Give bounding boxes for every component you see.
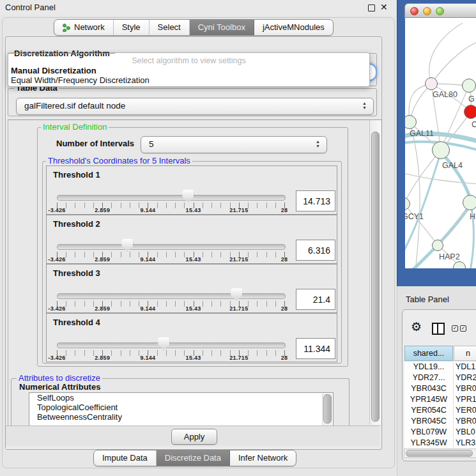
tab-style[interactable]: Style bbox=[114, 20, 150, 35]
tab-select[interactable]: Select bbox=[150, 20, 190, 35]
num-intervals-label: Number of Intervals bbox=[56, 139, 134, 148]
table-data-combobox[interactable]: galFiltered.sif default node ▲▼ bbox=[16, 98, 374, 115]
column-header-name[interactable]: n bbox=[454, 346, 476, 361]
table-row[interactable]: YER054CYER0 bbox=[404, 405, 476, 416]
tab-label: Style bbox=[122, 20, 141, 35]
tick-label: 28 bbox=[281, 256, 288, 263]
network-edge bbox=[405, 173, 476, 184]
cell-name: YER0 bbox=[453, 405, 476, 416]
tick-label: -3.426 bbox=[48, 305, 65, 312]
network-edge bbox=[410, 122, 420, 268]
list-scrollbar-thumb[interactable] bbox=[323, 394, 332, 424]
interval-definition-title: Interval Definition bbox=[41, 123, 109, 131]
spinner-arrows-icon: ▲▼ bbox=[362, 101, 367, 110]
float-window-icon[interactable] bbox=[368, 4, 375, 12]
gear-icon[interactable]: ⚙ bbox=[411, 319, 422, 334]
threshold-value-field[interactable]: 11.344 bbox=[296, 338, 335, 359]
close-icon[interactable]: ✕ bbox=[380, 2, 388, 12]
tick-label: -3.426 bbox=[48, 355, 65, 361]
tab-label: Cyni Toolbox bbox=[198, 20, 245, 35]
network-edge bbox=[429, 23, 463, 84]
network-node-h[interactable] bbox=[463, 195, 476, 210]
threshold-value-field[interactable]: 14.713 bbox=[296, 190, 335, 211]
columns-icon[interactable] bbox=[432, 323, 445, 335]
attribute-list-item[interactable]: BetweennessCentrality bbox=[29, 412, 333, 422]
num-intervals-combobox[interactable]: 5 ▲▼ bbox=[141, 136, 327, 153]
tab-cyni-toolbox[interactable]: Cyni Toolbox bbox=[190, 20, 254, 35]
tick-label: 15.43 bbox=[186, 256, 201, 263]
minimize-traffic-light-icon[interactable] bbox=[423, 7, 431, 15]
top-tab-strip: NetworkStyleSelectCyni ToolboxjActiveMNo… bbox=[54, 19, 334, 36]
threshold-label: Threshold 3 bbox=[53, 268, 100, 278]
panel-title: Control Panel bbox=[5, 3, 56, 12]
horizontal-scrollbar-thumb[interactable] bbox=[406, 450, 473, 457]
network-edge bbox=[441, 152, 471, 201]
tick-label: 15.43 bbox=[186, 355, 201, 361]
network-node-hap2[interactable] bbox=[432, 240, 443, 251]
attribute-list-item[interactable]: SelfLoops bbox=[29, 393, 333, 403]
tick-label: 15.43 bbox=[186, 305, 201, 312]
cell-shared-name: YER054C bbox=[404, 405, 453, 416]
cell-name: YDR2 bbox=[453, 372, 476, 383]
network-node-gal80[interactable] bbox=[425, 77, 438, 90]
close-traffic-light-icon[interactable] bbox=[410, 7, 418, 15]
slider-track[interactable] bbox=[57, 342, 286, 348]
popup-option-manual[interactable]: Manual Discretization bbox=[11, 66, 96, 75]
table-row[interactable]: YBR043CYBR0 bbox=[404, 383, 476, 394]
node-label: GCY1 bbox=[405, 212, 424, 221]
threshold-label: Threshold 4 bbox=[53, 318, 100, 327]
popup-option-equal-width[interactable]: Equal Width/Frequency Discretization bbox=[11, 75, 150, 85]
slider-thumb[interactable] bbox=[158, 337, 169, 350]
table-row[interactable]: YDL19...YDL1 bbox=[404, 362, 476, 372]
groupbox-border-line bbox=[8, 53, 115, 54]
node-label: HAP2 bbox=[439, 252, 460, 261]
tab-network[interactable]: Network bbox=[54, 20, 114, 35]
network-node-c[interactable] bbox=[464, 105, 476, 119]
table-row[interactable]: YPR145WYPR1 bbox=[404, 394, 476, 405]
cell-name: YPR1 bbox=[453, 394, 476, 405]
slider-track[interactable] bbox=[57, 293, 286, 299]
slider-thumb[interactable] bbox=[121, 239, 133, 252]
numerical-attributes-label: Numerical Attributes bbox=[19, 382, 100, 392]
attribute-list-item[interactable]: TopologicalCoefficient bbox=[29, 403, 333, 412]
table-row[interactable]: YLR345WYLR3 bbox=[404, 438, 476, 449]
zoom-traffic-light-icon[interactable] bbox=[436, 7, 444, 15]
slider-track[interactable] bbox=[57, 244, 286, 250]
node-label: C bbox=[472, 120, 476, 129]
vertical-scrollbar-thumb[interactable] bbox=[371, 132, 380, 422]
slider-ticks bbox=[57, 301, 286, 307]
column-header-shared-name[interactable]: shared... bbox=[404, 346, 453, 361]
tick-label: 28 bbox=[281, 355, 288, 361]
apply-button[interactable]: Apply bbox=[171, 429, 217, 445]
tab-discretize-data[interactable]: Discretize Data bbox=[157, 450, 230, 466]
tab-label: Infer Network bbox=[238, 450, 288, 466]
slider-track[interactable] bbox=[57, 195, 286, 201]
threshold-value-field[interactable]: 6.316 bbox=[296, 240, 335, 261]
checkbox-icon[interactable]: ✓ bbox=[460, 325, 466, 332]
threshold-value-field[interactable]: 21.4 bbox=[296, 289, 335, 310]
network-canvas[interactable]: GAL80GCGAL11GAL4GCY1HHAP2 bbox=[405, 18, 476, 268]
network-node-gal4[interactable] bbox=[432, 141, 450, 159]
cell-shared-name: YDR27... bbox=[404, 372, 453, 383]
node-label: GAL11 bbox=[410, 129, 434, 138]
tab-label: Impute Data bbox=[102, 450, 148, 466]
slider-thumb[interactable] bbox=[182, 190, 194, 203]
table-row[interactable]: YBL079WYBL0 bbox=[404, 427, 476, 438]
node-label: GAL80 bbox=[433, 90, 457, 99]
tab-infer-network[interactable]: Infer Network bbox=[230, 450, 296, 466]
numerical-attributes-list[interactable]: SelfLoopsTopologicalCoefficientBetweenne… bbox=[29, 392, 334, 427]
tick-label: 9.144 bbox=[140, 305, 155, 312]
tick-label: 28 bbox=[281, 207, 288, 213]
checkbox-icon[interactable]: ✓ bbox=[452, 325, 458, 332]
tick-label: 21.715 bbox=[229, 256, 248, 263]
network-node-g[interactable] bbox=[462, 79, 476, 93]
slider-thumb[interactable] bbox=[231, 288, 242, 301]
spinner-arrows-icon: ▲▼ bbox=[315, 139, 321, 148]
table-row[interactable]: YDR27...YDR2 bbox=[404, 372, 476, 383]
table-body[interactable]: YDL19...YDL1YDR27...YDR2YBR043CYBR0YPR14… bbox=[404, 362, 476, 449]
table-row[interactable]: YBR045CYBR0 bbox=[404, 416, 476, 427]
cell-name: YBL0 bbox=[453, 427, 475, 438]
tab-impute-data[interactable]: Impute Data bbox=[94, 450, 157, 466]
cell-name: YDL1 bbox=[453, 362, 475, 372]
tab-jactivemnodules[interactable]: jActiveMNodules bbox=[254, 20, 333, 35]
